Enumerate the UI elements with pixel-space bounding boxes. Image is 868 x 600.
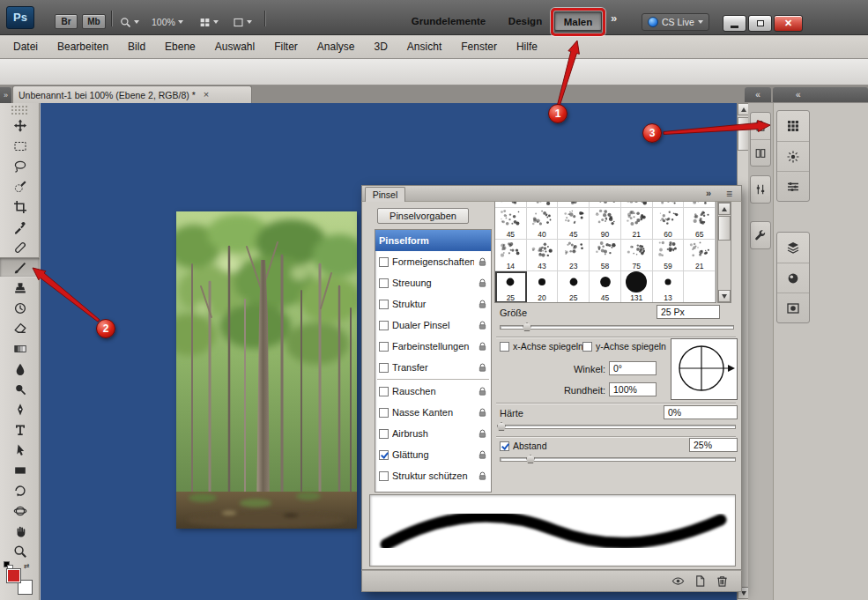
- lock-icon[interactable]: [478, 363, 487, 373]
- channels-sphere-icon[interactable]: [777, 263, 809, 293]
- eyedropper-tool[interactable]: [0, 217, 40, 237]
- menu-analyse[interactable]: Analyse: [308, 35, 365, 58]
- lock-icon[interactable]: [478, 471, 487, 481]
- blur-tool[interactable]: [0, 359, 40, 379]
- checkbox-icon[interactable]: [379, 321, 389, 330]
- brush-preset-cell[interactable]: 21: [621, 208, 653, 240]
- brush-preset-cell[interactable]: 45: [558, 208, 590, 240]
- menu-datei[interactable]: Datei: [4, 35, 48, 58]
- brush-setting-item[interactable]: Glättung: [375, 444, 491, 465]
- brush-preset-cell[interactable]: 45: [495, 208, 527, 240]
- lock-icon[interactable]: [478, 342, 487, 352]
- foreground-color-swatch[interactable]: [6, 568, 21, 583]
- size-value[interactable]: 25 Px: [657, 305, 720, 319]
- workspace-overflow-chevron[interactable]: »: [611, 11, 617, 25]
- workspace-grundelemente[interactable]: Grundelemente: [398, 11, 499, 31]
- brush-preset-cell[interactable]: 43: [527, 240, 559, 271]
- type-tool[interactable]: [0, 419, 40, 440]
- checkbox-icon[interactable]: [379, 300, 389, 309]
- hardness-slider[interactable]: [500, 425, 736, 429]
- checkbox-icon[interactable]: [379, 363, 389, 373]
- dock-collapse-button[interactable]: «: [773, 87, 868, 102]
- panel-menu-icon[interactable]: ≡: [726, 188, 732, 200]
- brush-preset-cell[interactable]: 40: [527, 208, 559, 240]
- menu-ebene[interactable]: Ebene: [155, 35, 205, 58]
- checkbox-icon[interactable]: [379, 408, 389, 418]
- checkbox-icon[interactable]: [379, 429, 389, 439]
- scrollbar-thumb[interactable]: [718, 216, 731, 241]
- tab-close-icon[interactable]: ×: [201, 89, 211, 100]
- view-tools-dropdown[interactable]: [116, 14, 143, 30]
- brush-presets-grid-icon[interactable]: [777, 111, 809, 141]
- brush-setting-item[interactable]: Streuung: [375, 272, 491, 293]
- swap-colors-icon[interactable]: ⇄: [24, 562, 30, 570]
- marquee-tool[interactable]: [0, 136, 40, 156]
- brush-tool[interactable]: [0, 257, 40, 278]
- spacing-value[interactable]: 25%: [689, 438, 738, 452]
- flip-y-checkbox[interactable]: y-Achse spiegeln: [582, 341, 666, 352]
- checkbox-icon[interactable]: [500, 441, 509, 451]
- sliders-panel-icon[interactable]: [751, 176, 770, 203]
- angle-value[interactable]: 0°: [609, 361, 657, 375]
- move-tool[interactable]: [0, 115, 40, 136]
- brush-setting-item[interactable]: Struktur: [375, 293, 491, 315]
- brush-setting-item[interactable]: Rauschen: [375, 381, 491, 402]
- brush-preset-cell[interactable]: 45: [590, 271, 621, 303]
- rotate-3d-tool[interactable]: [0, 480, 40, 500]
- menu-fenster[interactable]: Fenster: [451, 35, 507, 58]
- delete-brush-icon[interactable]: [716, 574, 729, 588]
- brush-setting-item[interactable]: Nasse Kanten: [375, 402, 491, 423]
- menu-hilfe[interactable]: Hilfe: [507, 35, 547, 58]
- panel-header[interactable]: Pinsel » ≡: [361, 185, 742, 202]
- lock-icon[interactable]: [478, 450, 487, 460]
- menu-auswahl[interactable]: Auswahl: [205, 35, 264, 58]
- checkbox-icon[interactable]: [379, 278, 389, 288]
- adjustments-sun-icon[interactable]: [777, 141, 809, 171]
- menu-bild[interactable]: Bild: [118, 35, 155, 58]
- menu-3d[interactable]: 3D: [365, 35, 397, 58]
- scroll-down-button[interactable]: [718, 290, 731, 302]
- lock-icon[interactable]: [478, 257, 487, 267]
- brush-preset-cell[interactable]: [527, 202, 559, 208]
- lock-icon[interactable]: [478, 321, 487, 330]
- checkbox-icon[interactable]: [582, 342, 592, 352]
- brush-setting-item[interactable]: Dualer Pinsel: [375, 315, 491, 336]
- brush-preset-cell[interactable]: 23: [558, 240, 590, 271]
- preview-eye-icon[interactable]: [671, 574, 685, 588]
- lock-icon[interactable]: [478, 429, 487, 439]
- brush-preset-cell[interactable]: [621, 202, 653, 208]
- brush-preset-cell[interactable]: 20: [527, 271, 559, 303]
- brush-preset-cell[interactable]: 75: [621, 240, 653, 271]
- checkbox-icon[interactable]: [500, 342, 509, 352]
- brush-preset-cell[interactable]: 25: [495, 271, 527, 303]
- crop-tool[interactable]: [0, 196, 40, 217]
- eraser-tool[interactable]: [0, 318, 40, 338]
- brush-preset-cell[interactable]: 13: [653, 271, 685, 303]
- brush-preset-cell[interactable]: 58: [590, 240, 621, 271]
- lock-icon[interactable]: [478, 408, 487, 418]
- lock-icon[interactable]: [478, 387, 487, 396]
- brush-setting-item[interactable]: Airbrush: [375, 423, 491, 444]
- healing-brush-tool[interactable]: [0, 237, 40, 257]
- menu-ansicht[interactable]: Ansicht: [397, 35, 451, 58]
- checkbox-icon[interactable]: [379, 387, 389, 396]
- columns-panel-icon[interactable]: [751, 139, 770, 166]
- spacing-checkbox[interactable]: Abstand: [500, 441, 547, 451]
- cs-live-button[interactable]: CS Live: [642, 13, 709, 31]
- screen-mode-dropdown[interactable]: [229, 14, 256, 30]
- brush-preset-cell[interactable]: [653, 202, 685, 208]
- brush-preset-cell[interactable]: [558, 202, 590, 208]
- document-tab[interactable]: Unbenannt-1 bei 100% (Ebene 2, RGB/8) * …: [12, 85, 252, 103]
- angle-roundness-widget[interactable]: [671, 338, 738, 400]
- spacing-slider[interactable]: [500, 457, 736, 462]
- shape-tool[interactable]: [0, 460, 40, 480]
- menu-bearbeiten[interactable]: Bearbeiten: [48, 35, 118, 58]
- mini-bridge-button[interactable]: Mb: [82, 14, 106, 29]
- tools-collapse-button[interactable]: »: [0, 87, 11, 103]
- size-slider-thumb[interactable]: [523, 322, 531, 331]
- flip-x-checkbox[interactable]: x-Achse spiegeln: [500, 341, 583, 352]
- brush-setting-item[interactable]: Farbeinstellungen: [375, 336, 491, 357]
- panel-collapse-icon[interactable]: »: [706, 188, 711, 198]
- brush-setting-item[interactable]: Formeigenschaften: [375, 251, 491, 272]
- restore-button[interactable]: [748, 15, 772, 32]
